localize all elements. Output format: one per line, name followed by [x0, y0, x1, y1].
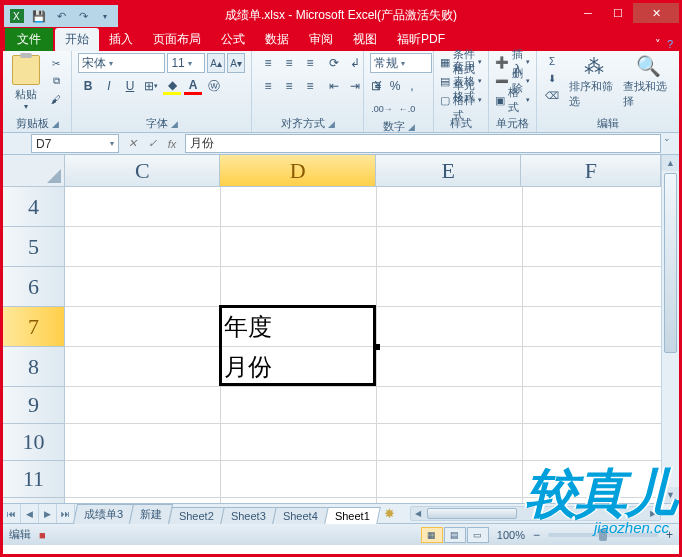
- dialog-launcher-icon[interactable]: ◢: [328, 119, 335, 129]
- prev-sheet-button[interactable]: ◀: [21, 504, 39, 523]
- redo-icon[interactable]: ↷: [74, 7, 92, 25]
- cell-F10[interactable]: [523, 424, 663, 461]
- row-header-8[interactable]: 8: [3, 347, 65, 387]
- cell-E10[interactable]: [377, 424, 523, 461]
- fx-button[interactable]: fx: [163, 135, 181, 153]
- sheet-tab-Sheet1[interactable]: Sheet1: [324, 507, 380, 524]
- tab-公式[interactable]: 公式: [211, 28, 255, 51]
- dialog-launcher-icon[interactable]: ◢: [52, 119, 59, 129]
- name-box[interactable]: D7▾: [31, 134, 119, 153]
- cancel-edit-button[interactable]: ✕: [123, 135, 141, 153]
- cell-C9[interactable]: [65, 387, 221, 424]
- cell-C4[interactable]: [65, 187, 221, 227]
- close-button[interactable]: ✕: [633, 3, 679, 23]
- cell-E7[interactable]: [377, 307, 523, 347]
- currency-button[interactable]: ¥: [370, 76, 386, 96]
- scroll-thumb[interactable]: [664, 173, 677, 353]
- increase-decimal-button[interactable]: .00→: [370, 99, 394, 119]
- paste-button[interactable]: 粘贴 ▾: [9, 53, 43, 111]
- cell-E11[interactable]: [377, 461, 523, 498]
- shrink-font-button[interactable]: A▾: [227, 53, 245, 73]
- font-size-combo[interactable]: 11▾: [167, 53, 205, 73]
- cell-C7[interactable]: [65, 307, 221, 347]
- row-header-6[interactable]: 6: [3, 267, 65, 307]
- cell-D8[interactable]: 月份: [221, 347, 377, 387]
- copy-icon[interactable]: ⧉: [47, 73, 65, 89]
- sheet-tab-Sheet4[interactable]: Sheet4: [272, 507, 328, 524]
- formula-input[interactable]: 月份: [185, 134, 661, 153]
- cell-E5[interactable]: [377, 227, 523, 267]
- decrease-decimal-button[interactable]: ←.0: [395, 99, 419, 119]
- find-select-button[interactable]: 🔍 查找和选择: [623, 53, 673, 109]
- scroll-right-icon[interactable]: ▶: [646, 507, 660, 520]
- scroll-down-icon[interactable]: ▼: [662, 487, 679, 503]
- cell-F5[interactable]: [523, 227, 663, 267]
- col-header-F[interactable]: F: [521, 155, 661, 187]
- vertical-scrollbar[interactable]: ▲ ▼: [661, 155, 679, 503]
- align-right-button[interactable]: ≡: [300, 76, 320, 96]
- sheet-tab-Sheet3[interactable]: Sheet3: [220, 507, 276, 524]
- sheet-tab-新建[interactable]: 新建: [129, 504, 173, 524]
- grow-font-button[interactable]: A▴: [207, 53, 225, 73]
- zoom-out-button[interactable]: −: [533, 528, 540, 542]
- maximize-button[interactable]: ☐: [603, 3, 633, 23]
- undo-icon[interactable]: ↶: [52, 7, 70, 25]
- autosum-button[interactable]: Σ: [543, 53, 561, 69]
- cell-D4[interactable]: [221, 187, 377, 227]
- fill-color-button[interactable]: ◆: [162, 76, 182, 96]
- cell-F4[interactable]: [523, 187, 663, 227]
- qat-dropdown-icon[interactable]: ▾: [96, 7, 114, 25]
- cell-D9[interactable]: [221, 387, 377, 424]
- cell-C11[interactable]: [65, 461, 221, 498]
- fill-handle[interactable]: [374, 344, 380, 350]
- row-header-10[interactable]: 10: [3, 424, 65, 461]
- cut-icon[interactable]: ✂: [47, 55, 65, 71]
- bold-button[interactable]: B: [78, 76, 98, 96]
- cell-F7[interactable]: [523, 307, 663, 347]
- confirm-edit-button[interactable]: ✓: [143, 135, 161, 153]
- zoom-slider[interactable]: [548, 533, 658, 537]
- clear-button[interactable]: ⌫: [543, 87, 561, 103]
- cell-F8[interactable]: [523, 347, 663, 387]
- orientation-button[interactable]: ⟳: [324, 53, 344, 73]
- row-header-9[interactable]: 9: [3, 387, 65, 424]
- align-top-button[interactable]: ≡: [258, 53, 278, 73]
- page-break-view-button[interactable]: ▭: [467, 527, 489, 543]
- first-sheet-button[interactable]: ⏮: [3, 504, 21, 523]
- format-cells-button[interactable]: ▣格式▾: [495, 91, 530, 109]
- row-header-11[interactable]: 11: [3, 461, 65, 498]
- new-sheet-button[interactable]: ✸: [378, 504, 402, 523]
- tab-插入[interactable]: 插入: [99, 28, 143, 51]
- dialog-launcher-icon[interactable]: ◢: [408, 122, 415, 132]
- cell-C5[interactable]: [65, 227, 221, 267]
- cell-E6[interactable]: [377, 267, 523, 307]
- scroll-left-icon[interactable]: ◀: [411, 507, 425, 520]
- font-name-combo[interactable]: 宋体▾: [78, 53, 165, 73]
- expand-formula-icon[interactable]: ⌄: [663, 133, 675, 143]
- scroll-thumb[interactable]: [427, 508, 517, 519]
- zoom-in-button[interactable]: +: [666, 528, 673, 542]
- tab-审阅[interactable]: 审阅: [299, 28, 343, 51]
- italic-button[interactable]: I: [99, 76, 119, 96]
- select-all-button[interactable]: [3, 155, 65, 187]
- align-center-button[interactable]: ≡: [279, 76, 299, 96]
- cell-D11[interactable]: [221, 461, 377, 498]
- wrap-text-button[interactable]: ↲: [345, 53, 365, 73]
- last-sheet-button[interactable]: ⏭: [57, 504, 75, 523]
- increase-indent-button[interactable]: ⇥: [345, 76, 365, 96]
- cell-D5[interactable]: [221, 227, 377, 267]
- tab-开始[interactable]: 开始: [55, 28, 99, 51]
- fill-button[interactable]: ⬇: [543, 70, 561, 86]
- scroll-up-icon[interactable]: ▲: [662, 155, 679, 171]
- tab-file[interactable]: 文件: [5, 28, 53, 51]
- cell-C8[interactable]: [65, 347, 221, 387]
- excel-icon[interactable]: X: [8, 7, 26, 25]
- align-bottom-button[interactable]: ≡: [300, 53, 320, 73]
- phonetic-button[interactable]: ⓦ: [204, 76, 224, 96]
- cell-E9[interactable]: [377, 387, 523, 424]
- cell-C6[interactable]: [65, 267, 221, 307]
- format-painter-icon[interactable]: 🖌: [47, 91, 65, 107]
- font-color-button[interactable]: A: [183, 76, 203, 96]
- save-icon[interactable]: 💾: [30, 7, 48, 25]
- cell-styles-button[interactable]: ▢单元格样式▾: [440, 91, 482, 109]
